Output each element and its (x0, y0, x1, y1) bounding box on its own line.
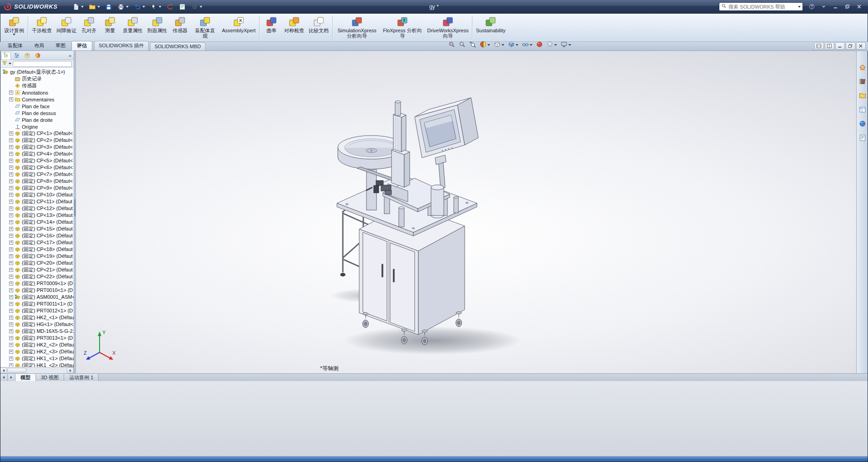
save-document-button[interactable] (103, 2, 114, 11)
featuremanager-tab[interactable] (1, 52, 11, 60)
tree-item[interactable]: 传感器 (0, 82, 74, 89)
door-handle-left[interactable] (381, 264, 383, 277)
tree-item[interactable]: +(固定) CP<6> (Défaut< (0, 164, 74, 171)
expand-toggle[interactable]: + (9, 350, 13, 354)
view-settings-button[interactable] (560, 40, 572, 50)
tree-item[interactable]: +(固定) HK2_<3> (Défau (0, 348, 74, 355)
tree-item[interactable]: +(固定) CP<4> (Défaut< (0, 151, 74, 157)
model-tabs-scroll-right[interactable] (8, 374, 15, 381)
model-tab-3d-views[interactable]: 3D 视图 (36, 374, 64, 381)
simulationxpress-wizard-button[interactable]: SimulationXpress 分析向导 (334, 15, 380, 41)
view-palette-button[interactable] (858, 105, 867, 114)
driveworksxpress-wizard-button[interactable]: DriveWorksXpress 向导 (425, 15, 471, 41)
sensors-button[interactable]: 传感器 (170, 15, 191, 41)
design-study-button[interactable]: 设计算例 (2, 15, 26, 41)
tree-item[interactable]: Plan de dessus (0, 110, 74, 116)
tree-item[interactable]: +(固定) PRT0011<1> (D (0, 301, 74, 307)
tree-filter-input[interactable] (13, 61, 72, 67)
expand-toggle[interactable]: + (9, 193, 13, 197)
expand-toggle[interactable]: + (9, 275, 13, 279)
expand-toggle[interactable]: + (9, 227, 13, 231)
tree-item[interactable]: +(固定) CP<21> (Défaut (0, 266, 74, 273)
scroll-right-arrow[interactable] (67, 367, 74, 373)
floxpress-wizard-button[interactable]: fFloXpress 分析向导 (380, 15, 425, 41)
tab-layout[interactable]: 布局 (29, 41, 50, 50)
tile-horizontal-button[interactable] (814, 42, 824, 50)
expand-toggle[interactable]: + (9, 159, 13, 163)
filter-dropdown-arrow[interactable] (9, 63, 11, 65)
tab-evaluate[interactable]: 评估 (71, 41, 92, 50)
expand-toggle[interactable]: + (9, 261, 13, 265)
expand-toggle[interactable]: + (9, 220, 13, 224)
tree-item[interactable]: +(固定) CP<19> (Défaut (0, 253, 74, 260)
expand-toggle[interactable]: + (9, 90, 13, 95)
tree-item[interactable]: +(固定) MD-16X5-S-G-2. (0, 328, 74, 335)
model-tab-motion-study-1[interactable]: 运动算例 1 (64, 374, 99, 381)
manager-overflow-chevron[interactable]: » (69, 53, 72, 58)
tree-item[interactable]: +(固定) CP<1> (Défaut< (0, 130, 74, 137)
tree-item[interactable]: +(固定) PRT0009<1> (D (0, 280, 74, 287)
tree-item[interactable]: +(固定) CP<9> (Défaut< (0, 185, 74, 191)
minimize-document-button[interactable] (835, 42, 845, 50)
tree-item[interactable]: +(固定) HK2_<2> (Défau (0, 341, 74, 348)
expand-toggle[interactable]: + (9, 97, 13, 101)
tree-item[interactable]: +(固定) PRT0010<1> (D (0, 287, 74, 294)
compare-documents-button[interactable]: 比较文档 (306, 15, 331, 41)
expand-toggle[interactable]: + (9, 357, 13, 361)
tree-item[interactable]: +(固定) CP<14> (Défaut (0, 219, 74, 226)
measure-button[interactable]: 测量 (100, 15, 120, 41)
interference-detection-button[interactable]: 干涉检查 (30, 15, 54, 41)
tree-item[interactable]: +(固定) CP<2> (Défaut< (0, 137, 74, 144)
expand-toggle[interactable]: + (9, 322, 13, 326)
tree-root-item[interactable]: gy (Défaut<显示状态-1>) (0, 69, 74, 75)
tree-item[interactable]: +(固定) HK1_<2> (Défau (0, 362, 74, 367)
machine-assembly[interactable] (337, 98, 478, 345)
file-explorer-button[interactable] (858, 91, 867, 100)
curvature-button[interactable]: 曲率 (261, 15, 282, 41)
tree-item[interactable]: +(固定) CP<20> (Défaut (0, 260, 74, 266)
expand-toggle[interactable]: + (9, 302, 13, 306)
tile-vertical-button[interactable] (825, 42, 834, 50)
open-document-button[interactable] (87, 2, 102, 11)
configurationmanager-tab[interactable] (22, 52, 32, 60)
expand-toggle[interactable]: + (9, 254, 13, 258)
tab-solidworks-addins[interactable]: SOLIDWORKS 插件 (94, 41, 149, 50)
tree-item[interactable]: +(固定) CP<8> (Défaut< (0, 178, 74, 185)
model-tab-model[interactable]: 模型 (15, 374, 36, 381)
expand-toggle[interactable]: + (9, 241, 13, 245)
tree-item[interactable]: +(固定) PRT0013<1> (D (0, 335, 74, 341)
zoom-area-button[interactable] (458, 40, 467, 50)
expand-toggle[interactable]: + (9, 316, 13, 320)
clearance-verification-button[interactable]: 间隙验证 (54, 15, 79, 41)
tree-item[interactable]: +(固定) CP<11> (Défaut (0, 198, 74, 205)
solidworks-resources-button[interactable] (858, 63, 867, 72)
expand-toggle[interactable]: + (9, 172, 13, 176)
design-library-button[interactable] (858, 77, 867, 86)
expand-toggle[interactable]: + (9, 309, 13, 313)
expand-toggle[interactable]: + (9, 145, 13, 149)
graphics-viewport[interactable]: Y X Z *等轴测 (76, 51, 856, 373)
close-document-button[interactable] (856, 42, 866, 50)
tree-item[interactable]: +(固定) HG<1> (Défaut< (0, 321, 74, 328)
help-search-box[interactable] (719, 2, 803, 11)
tree-item[interactable]: +(固定) CP<5> (Défaut< (0, 157, 74, 164)
previous-view-button[interactable] (468, 40, 477, 50)
tree-item[interactable]: +(固定) CP<22> (Défaut (0, 273, 74, 280)
tree-item[interactable]: Plan de face (0, 103, 74, 110)
tree-item[interactable]: +(固定) CP<16> (Défaut (0, 232, 74, 239)
rebuild-button[interactable] (165, 2, 176, 11)
zoom-fit-button[interactable] (447, 40, 456, 50)
pole-mount-cylinder[interactable] (431, 185, 444, 218)
expand-toggle[interactable]: + (9, 295, 13, 299)
minimize-button[interactable] (830, 3, 841, 11)
expand-toggle[interactable]: + (9, 247, 13, 251)
custom-properties-button[interactable] (858, 133, 867, 142)
expand-toggle[interactable]: + (9, 179, 13, 183)
tab-assembly[interactable]: 装配体 (2, 41, 28, 50)
help-button[interactable] (806, 3, 817, 11)
tree-item[interactable]: +(固定) CP<17> (Défaut (0, 239, 74, 246)
symmetry-check-button[interactable]: 对称检查 (282, 15, 306, 41)
tree-item[interactable]: Origine (0, 123, 74, 130)
assembly-model[interactable] (76, 51, 856, 373)
tree-horizontal-scrollbar[interactable] (0, 367, 74, 373)
